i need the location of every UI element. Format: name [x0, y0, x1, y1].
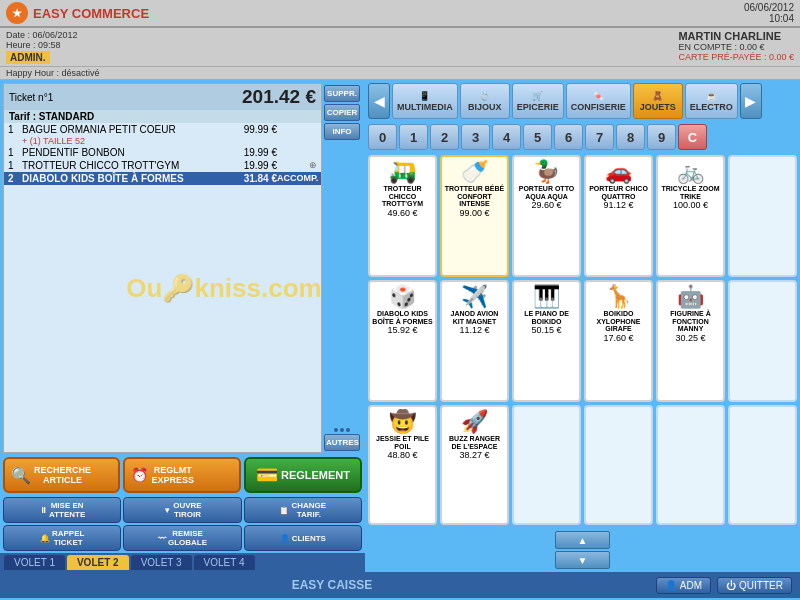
cat-epicerie[interactable]: 🛒 EPICERIE [512, 83, 564, 119]
time-display: 10:04 [744, 13, 794, 24]
receipt-section: Ticket n°1 201.42 € Tarif : STANDARD 1 B… [3, 83, 362, 453]
num-c[interactable]: C [678, 124, 707, 150]
person-icon: 👤 [665, 580, 677, 591]
jouets-label: JOUETS [640, 102, 676, 112]
scroll-down-arrow[interactable]: ▼ [555, 551, 610, 569]
row-desc: TROTTEUR CHICCO TROTT'GYM [22, 160, 222, 171]
product-name: PORTEUR OTTO AQUA AQUA [516, 185, 577, 200]
cat-electro[interactable]: ☕ ELECTRO [685, 83, 738, 119]
product-card[interactable]: 🚀 BUZZ RANGER DE L'ESPACE 38.27 € [440, 405, 509, 525]
rappel-ticket-label: RAPPELTICKET [52, 529, 84, 547]
product-icon: 🦆 [533, 159, 560, 185]
cat-prev-arrow[interactable]: ◀ [368, 83, 390, 119]
power-icon: ⏻ [726, 580, 736, 591]
mise-en-attente-button[interactable]: ⏸ MISE ENATTENTE [3, 497, 121, 523]
num-8[interactable]: 8 [616, 124, 645, 150]
product-card-empty [728, 155, 797, 277]
quit-button[interactable]: ⏻ QUITTER [717, 577, 792, 594]
date-display: 06/06/2012 [744, 2, 794, 13]
num-2[interactable]: 2 [430, 124, 459, 150]
product-card[interactable]: 🎲 DIABOLO KIDS BOÎTE À FORMES 15.92 € [368, 280, 437, 402]
epicerie-label: EPICERIE [517, 102, 559, 112]
cat-multimedia[interactable]: 📱 MULTIMEDIA [392, 83, 458, 119]
adm-button[interactable]: 👤 ADM [656, 577, 711, 594]
row-price: 19.99 € [222, 147, 277, 158]
action-buttons-row: 🔍 RECHERCHEARTICLE ⏰ REGLMTEXPRESS 💳 REG… [0, 453, 365, 495]
reglmt-express-label: REGLMTEXPRESS [151, 465, 194, 485]
header: ★ EASY COMMERCE 06/06/2012 10:04 [0, 0, 800, 28]
product-card[interactable]: 🛺 TROTTEUR CHICCO TROTT'GYM 49.60 € [368, 155, 437, 277]
num-9[interactable]: 9 [647, 124, 676, 150]
product-card[interactable]: 🦆 PORTEUR OTTO AQUA AQUA 29.60 € [512, 155, 581, 277]
cat-confiserie[interactable]: 🍬 CONFISERIE [566, 83, 631, 119]
left-panel: Ticket n°1 201.42 € Tarif : STANDARD 1 B… [0, 80, 365, 572]
product-card[interactable]: ✈️ JANOD AVION KIT MAGNET 11.12 € [440, 280, 509, 402]
cat-jouets[interactable]: 🧸 JOUETS [633, 83, 683, 119]
ouvre-tiroir-button[interactable]: ▼ OUVRETIROIR [123, 497, 241, 523]
product-icon: 🚲 [677, 159, 704, 185]
num-4[interactable]: 4 [492, 124, 521, 150]
product-card[interactable]: 🚲 TRICYCLE ZOOM TRIKE 100.00 € [656, 155, 725, 277]
product-price: 30.25 € [675, 333, 705, 343]
category-nav: ◀ 📱 MULTIMEDIA 💍 BIJOUX 🛒 EPICERIE 🍬 CON… [365, 80, 800, 122]
product-price: 99.00 € [459, 208, 489, 218]
logo-icon: ★ [6, 2, 28, 24]
confiserie-icon: 🍬 [593, 91, 604, 101]
change-tarif-button[interactable]: 📋 CHANGETARIF. [244, 497, 362, 523]
cat-bijoux[interactable]: 💍 BIJOUX [460, 83, 510, 119]
num-5[interactable]: 5 [523, 124, 552, 150]
product-price: 49.60 € [387, 208, 417, 218]
product-card[interactable]: 🍼 TROTTEUR BÉBÉ CONFORT INTENSE 99.00 € [440, 155, 509, 277]
suppr-button[interactable]: SUPPR. [324, 85, 360, 102]
clients-button[interactable]: 👤 CLIENTS [244, 525, 362, 551]
row-qty: 1 [8, 160, 22, 171]
product-price: 11.12 € [459, 325, 489, 335]
drawer-icon: ▼ [163, 506, 171, 515]
product-name: BOIKIDO XYLOPHONE GIRAFE [588, 310, 649, 333]
product-card-empty [728, 405, 797, 525]
num-6[interactable]: 6 [554, 124, 583, 150]
status-right-buttons: 👤 ADM ⏻ QUITTER [656, 577, 792, 594]
num-1[interactable]: 1 [399, 124, 428, 150]
adm-label: ADM [680, 580, 702, 591]
product-price: 100.00 € [673, 200, 708, 210]
main-area: Ticket n°1 201.42 € Tarif : STANDARD 1 B… [0, 80, 800, 572]
product-card[interactable]: 🤖 FIGURINE À FONCTION MANNY 30.25 € [656, 280, 725, 402]
tarif-icon: 📋 [279, 506, 289, 515]
product-card[interactable]: 🎹 LE PIANO DE BOIKIDO 50.15 € [512, 280, 581, 402]
table-row: 1 TROTTEUR CHICCO TROTT'GYM 19.99 € ⊕ [4, 159, 321, 172]
happy-hour-text: Happy Hour : désactivé [6, 68, 100, 78]
row-desc: DIABOLO KIDS BOÎTE À FORMES [22, 173, 222, 184]
clients-icon: 👤 [280, 534, 290, 543]
copier-button[interactable]: COPIER [324, 104, 360, 121]
reglmt-express-button[interactable]: ⏰ REGLMTEXPRESS [123, 457, 240, 493]
scroll-up-arrow[interactable]: ▲ [555, 531, 610, 549]
product-card[interactable]: 🦒 BOIKIDO XYLOPHONE GIRAFE 17.60 € [584, 280, 653, 402]
product-card[interactable]: 🚗 PORTEUR CHICO QUATTRO 91.12 € [584, 155, 653, 277]
row-price: 19.99 € [222, 160, 277, 171]
cat-next-arrow[interactable]: ▶ [740, 83, 762, 119]
num-3[interactable]: 3 [461, 124, 490, 150]
row-qty: 2 [8, 173, 22, 184]
remise-globale-button[interactable]: 〰 REMISEGLOBALE [123, 525, 241, 551]
num-7[interactable]: 7 [585, 124, 614, 150]
tab-volet3[interactable]: VOLET 3 [131, 555, 192, 570]
info-button[interactable]: INFO [324, 123, 360, 140]
discount-icon: 〰 [158, 534, 166, 543]
recherche-article-button[interactable]: 🔍 RECHERCHEARTICLE [3, 457, 120, 493]
tab-volet2[interactable]: VOLET 2 [67, 555, 129, 570]
product-name: JESSIE ET PILE POIL [372, 435, 433, 450]
autres-button[interactable]: AUTRES [324, 434, 360, 451]
tab-volet4[interactable]: VOLET 4 [194, 555, 255, 570]
product-card[interactable]: 🤠 JESSIE ET PILE POIL 48.80 € [368, 405, 437, 525]
recall-icon: 🔔 [40, 534, 50, 543]
tab-volet1[interactable]: VOLET 1 [4, 555, 65, 570]
product-card-empty [656, 405, 725, 525]
bijoux-label: BIJOUX [468, 102, 502, 112]
reglement-button[interactable]: 💳 REGLEMENT [244, 457, 362, 493]
num-0[interactable]: 0 [368, 124, 397, 150]
pause-icon: ⏸ [39, 506, 47, 515]
change-tarif-label: CHANGETARIF. [291, 501, 326, 519]
rappel-ticket-button[interactable]: 🔔 RAPPELTICKET [3, 525, 121, 551]
product-name: JANOD AVION KIT MAGNET [444, 310, 505, 325]
